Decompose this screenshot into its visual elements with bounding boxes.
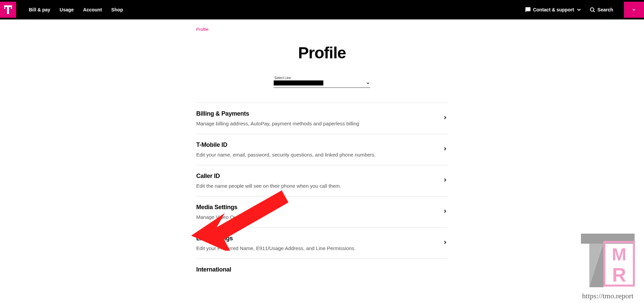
nav-account[interactable]: Account xyxy=(83,7,102,12)
setting-text: T-Mobile ID Edit your name, email, passw… xyxy=(196,141,376,158)
setting-title: Media Settings xyxy=(196,204,246,211)
svg-rect-3 xyxy=(11,7,12,9)
search-label: Search xyxy=(597,7,613,12)
contact-label: Contact & support xyxy=(533,7,574,12)
setting-tmobile-id[interactable]: T-Mobile ID Edit your name, email, passw… xyxy=(196,134,448,165)
breadcrumb: Profile xyxy=(196,26,448,32)
svg-rect-2 xyxy=(4,7,5,9)
nav-shop[interactable]: Shop xyxy=(111,7,123,12)
chevron-down-icon xyxy=(576,7,582,13)
setting-media-settings[interactable]: Media Settings Manage Video Quality xyxy=(196,196,448,227)
setting-international[interactable]: International xyxy=(196,258,448,284)
nav-usage[interactable]: Usage xyxy=(60,7,74,12)
search-button[interactable]: Search xyxy=(589,7,613,13)
nav-bill-pay[interactable]: Bill & pay xyxy=(29,7,50,12)
select-line-wrap: Select Line xyxy=(274,76,370,88)
tmobile-logo[interactable] xyxy=(0,2,16,18)
setting-text: Line Settings Edit your Preferred Name, … xyxy=(196,235,356,251)
setting-title: T-Mobile ID xyxy=(196,141,376,148)
setting-desc: Manage Video Quality xyxy=(196,214,246,220)
header-right: Contact & support Search xyxy=(525,2,644,18)
setting-desc: Edit the name people will see on their p… xyxy=(196,183,341,189)
chevron-right-icon xyxy=(442,146,448,153)
setting-title: Caller ID xyxy=(196,173,341,180)
nav-links: Bill & pay Usage Account Shop xyxy=(29,7,123,12)
chevron-down-icon xyxy=(632,7,636,12)
setting-desc: Manage billing address, AutoPay, payment… xyxy=(196,121,359,126)
t-logo-icon xyxy=(3,5,13,15)
setting-billing-payments[interactable]: Billing & Payments Manage billing addres… xyxy=(196,103,448,134)
settings-list: Billing & Payments Manage billing addres… xyxy=(196,103,448,284)
search-icon xyxy=(589,7,595,13)
chevron-down-icon xyxy=(366,81,370,85)
contact-support-button[interactable]: Contact & support xyxy=(525,7,582,13)
setting-desc: Edit your Preferred Name, E911/Usage Add… xyxy=(196,245,356,251)
chevron-right-icon xyxy=(442,240,448,246)
breadcrumb-profile[interactable]: Profile xyxy=(196,27,209,32)
page-title: Profile xyxy=(0,44,644,62)
selected-line-value-redacted xyxy=(274,80,323,85)
setting-text: Media Settings Manage Video Quality xyxy=(196,204,246,220)
setting-desc: Edit your name, email, password, securit… xyxy=(196,152,376,158)
chevron-right-icon xyxy=(442,208,448,215)
setting-text: International xyxy=(196,266,231,277)
chat-icon xyxy=(525,7,531,13)
svg-rect-1 xyxy=(4,5,12,7)
svg-line-5 xyxy=(593,11,595,12)
setting-title: Line Settings xyxy=(196,235,356,242)
setting-text: Billing & Payments Manage billing addres… xyxy=(196,110,359,126)
svg-point-4 xyxy=(590,8,594,11)
chevron-right-icon xyxy=(442,177,448,184)
setting-line-settings[interactable]: Line Settings Edit your Preferred Name, … xyxy=(196,227,448,258)
setting-caller-id[interactable]: Caller ID Edit the name people will see … xyxy=(196,165,448,196)
select-line-label: Select Line xyxy=(274,76,370,80)
main-header: Bill & pay Usage Account Shop Contact & … xyxy=(0,0,644,19)
setting-text: Caller ID Edit the name people will see … xyxy=(196,173,341,189)
select-line-dropdown[interactable] xyxy=(274,80,370,88)
setting-title: International xyxy=(196,266,231,273)
account-menu-button[interactable] xyxy=(624,2,644,18)
setting-title: Billing & Payments xyxy=(196,110,359,117)
chevron-right-icon xyxy=(442,115,448,122)
